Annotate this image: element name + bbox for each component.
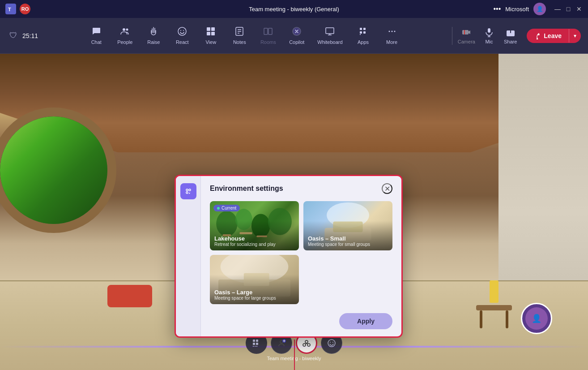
svg-point-62 xyxy=(303,344,306,346)
dialog-title: Environment settings xyxy=(210,185,283,193)
apply-button[interactable]: Apply xyxy=(339,313,392,329)
env-card-oasis-small[interactable]: Oasis – Small Meeting space for small gr… xyxy=(303,201,392,250)
oasis-large-info: Oasis – Large Meeting space for large gr… xyxy=(214,289,276,301)
env-card-lakehouse[interactable]: Current Lakehouse Retreat for socializin… xyxy=(210,201,299,250)
share-label: Share xyxy=(504,39,517,44)
svg-point-2 xyxy=(126,29,128,31)
svg-point-5 xyxy=(183,30,184,31)
svg-rect-22 xyxy=(363,31,366,34)
dialog-sidebar xyxy=(176,176,201,336)
svg-rect-8 xyxy=(207,32,210,35)
user-profile-avatar[interactable]: 👤 xyxy=(533,3,546,15)
shield-icon: 🛡 xyxy=(7,30,20,42)
meeting-title: Team meeting - biweekly (General) xyxy=(249,6,339,13)
react-icon xyxy=(177,26,187,38)
lakehouse-name: Lakehouse xyxy=(214,235,276,242)
toolbar-people[interactable]: People xyxy=(111,24,138,47)
minimize-button[interactable]: — xyxy=(554,5,561,13)
whiteboard-label: Whiteboard xyxy=(317,39,342,45)
maximize-button[interactable]: □ xyxy=(565,5,572,13)
more-dots[interactable]: ••• xyxy=(493,5,501,13)
toolbar-chat[interactable]: Chat xyxy=(83,24,110,47)
svg-point-68 xyxy=(332,342,333,343)
svg-rect-57 xyxy=(255,346,256,347)
dialog-header: Environment settings ✕ xyxy=(210,183,392,194)
svg-point-24 xyxy=(388,31,390,32)
svg-point-35 xyxy=(186,192,188,194)
camera-icon xyxy=(461,27,471,37)
svg-rect-54 xyxy=(253,343,255,345)
svg-rect-58 xyxy=(256,346,257,347)
svg-rect-16 xyxy=(326,28,334,34)
ottoman xyxy=(107,285,152,307)
view-label: View xyxy=(205,39,216,45)
leave-chevron-button[interactable]: ▾ xyxy=(569,29,581,43)
toolbar-whiteboard[interactable]: Whiteboard xyxy=(312,24,348,47)
svg-text:T: T xyxy=(8,7,11,12)
svg-rect-55 xyxy=(256,343,258,345)
toolbar-camera[interactable]: Camera xyxy=(454,25,479,47)
svg-rect-56 xyxy=(253,346,254,347)
copilot-label: Copilot xyxy=(289,39,304,45)
toolbar-rooms[interactable]: Rooms xyxy=(255,24,281,47)
toolbar-center: Chat People Raise React View xyxy=(38,24,450,47)
svg-rect-20 xyxy=(363,28,366,30)
microsoft-label: Microsoft xyxy=(505,6,529,13)
svg-point-67 xyxy=(330,342,331,343)
dialog-close-button[interactable]: ✕ xyxy=(382,183,392,194)
title-bar: T RO Team meeting - biweekly (General) •… xyxy=(0,0,588,18)
toolbar-mic[interactable]: Mic xyxy=(481,25,498,47)
grid-icon xyxy=(252,339,261,348)
svg-rect-19 xyxy=(360,28,362,30)
toolbar-notes[interactable]: Notes xyxy=(226,24,253,47)
toolbar-more[interactable]: More xyxy=(379,24,405,47)
avatar-icon xyxy=(277,339,286,348)
svg-point-33 xyxy=(186,189,188,191)
lakehouse-desc: Retreat for socializing and play xyxy=(214,242,276,247)
current-label: Current xyxy=(222,206,236,211)
current-dot xyxy=(217,207,220,210)
notes-label: Notes xyxy=(233,39,246,45)
toolbar-apps[interactable]: Apps xyxy=(350,24,377,47)
share-icon xyxy=(506,27,516,37)
svg-point-63 xyxy=(307,344,310,346)
toolbar-react[interactable]: React xyxy=(169,24,196,47)
toolbar-copilot[interactable]: Copilot xyxy=(283,24,310,47)
toolbar-raise[interactable]: Raise xyxy=(140,24,167,47)
svg-point-4 xyxy=(180,30,181,31)
svg-point-3 xyxy=(178,27,186,35)
toolbar-view[interactable]: View xyxy=(197,24,224,47)
svg-rect-6 xyxy=(207,27,210,31)
table-legs xyxy=(476,310,512,328)
oasis-small-image: Oasis – Small Meeting space for small gr… xyxy=(303,201,392,250)
close-button[interactable]: ✕ xyxy=(575,5,583,13)
user-avatar-small: RO xyxy=(20,4,30,14)
environment-settings-dialog: Environment settings ✕ xyxy=(175,175,403,338)
svg-rect-21 xyxy=(360,31,362,34)
remote-user-avatar: 👤 xyxy=(521,303,552,334)
rooms-icon xyxy=(263,26,273,38)
remote-user-avatar-inner: 👤 xyxy=(525,307,548,330)
raise-label: Raise xyxy=(147,39,160,45)
leave-call-button[interactable]: Leave xyxy=(527,29,569,43)
people-label: People xyxy=(117,39,132,45)
title-bar-left: T RO xyxy=(5,4,30,14)
toolbar-share[interactable]: Share xyxy=(499,25,521,47)
chevron-down-icon: ▾ xyxy=(574,33,576,39)
oasis-large-image: Oasis – Large Meeting space for large gr… xyxy=(210,255,299,304)
phone-hangup-icon xyxy=(534,32,541,39)
more-label: More xyxy=(386,39,397,45)
table-leg-left xyxy=(480,310,482,328)
svg-rect-15 xyxy=(268,28,272,34)
leave-label: Leave xyxy=(544,32,562,39)
chat-label: Chat xyxy=(91,39,102,45)
environment-grid: Current Lakehouse Retreat for socializin… xyxy=(210,201,392,304)
chat-icon xyxy=(91,26,101,38)
env-card-oasis-large[interactable]: Oasis – Large Meeting space for large gr… xyxy=(210,255,299,304)
toolbar-right: Camera Mic Share Leave ▾ xyxy=(454,25,581,47)
dialog-footer: Apply xyxy=(210,311,392,329)
table-leg-right xyxy=(506,310,508,328)
meeting-timer: 25:11 xyxy=(22,32,38,39)
title-bar-right: ••• Microsoft 👤 — □ ✕ xyxy=(493,3,583,15)
rooms-label: Rooms xyxy=(260,39,276,45)
